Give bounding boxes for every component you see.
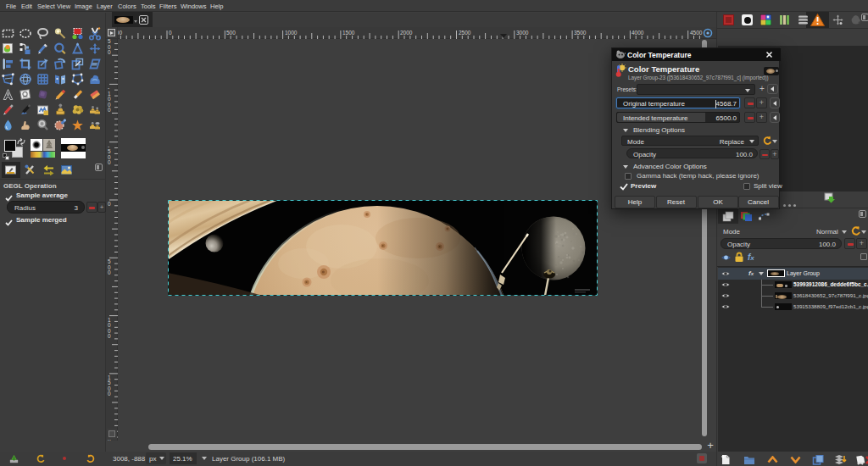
svg-text:0: 0 bbox=[169, 30, 172, 36]
svg-text:1500: 1500 bbox=[342, 30, 355, 36]
svg-text:0: 0 bbox=[108, 201, 111, 207]
svg-text:2500: 2500 bbox=[459, 30, 471, 36]
svg-text:3500: 3500 bbox=[574, 30, 587, 36]
svg-text:4000: 4000 bbox=[632, 30, 644, 36]
svg-text:-: - bbox=[108, 85, 109, 91]
svg-text:1000: 1000 bbox=[285, 30, 298, 36]
svg-text:0: 0 bbox=[108, 107, 111, 113]
svg-text:0: 0 bbox=[108, 322, 111, 328]
svg-text:0: 0 bbox=[108, 96, 111, 102]
svg-text:0: 0 bbox=[108, 333, 111, 339]
svg-text:500: 500 bbox=[226, 30, 236, 36]
svg-text:0: 0 bbox=[108, 391, 111, 397]
svg-text:0: 0 bbox=[108, 49, 111, 55]
svg-text:5: 5 bbox=[108, 148, 111, 154]
svg-text:0: 0 bbox=[108, 159, 111, 165]
svg-text:-500: -500 bbox=[118, 30, 122, 36]
svg-text:2000: 2000 bbox=[400, 30, 413, 36]
svg-text:4500: 4500 bbox=[690, 30, 703, 36]
svg-text:0: 0 bbox=[108, 269, 111, 275]
svg-text:3000: 3000 bbox=[516, 30, 529, 36]
svg-text:5: 5 bbox=[108, 380, 111, 386]
svg-text:5: 5 bbox=[108, 258, 111, 264]
